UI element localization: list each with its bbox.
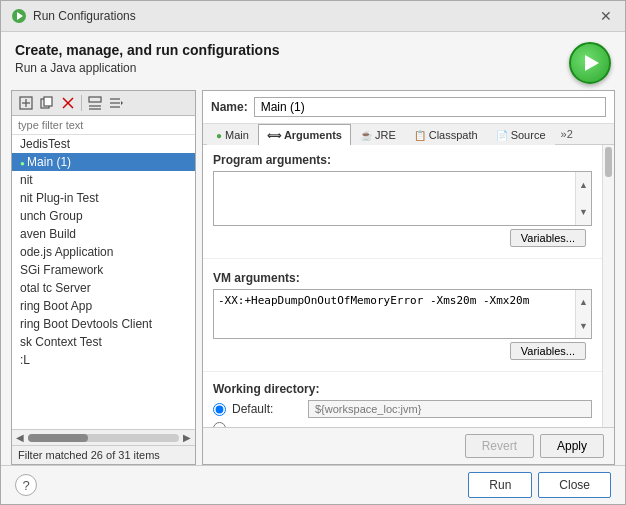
close-button[interactable]: Close <box>538 472 611 498</box>
tab-main[interactable]: ● Main <box>207 124 258 145</box>
run-triangle-icon <box>585 55 599 71</box>
vm-args-variables-row: Variables... <box>213 339 592 363</box>
scroll-left-button[interactable]: ◀ <box>16 432 24 443</box>
scroll-down-button[interactable]: ▼ <box>576 199 591 226</box>
list-item[interactable]: aven Build <box>12 225 195 243</box>
list-item[interactable]: nit Plug-in Test <box>12 189 195 207</box>
run-icon-button[interactable] <box>569 42 611 84</box>
list-item[interactable]: ring Boot App <box>12 297 195 315</box>
main-content: JedisTest Main (1) nit nit Plug-in Test … <box>1 90 625 465</box>
tab-overflow[interactable]: »2 <box>555 125 579 143</box>
program-args-scrollbar: ▲ ▼ <box>575 172 591 225</box>
run-configurations-dialog: Run Configurations ✕ Create, manage, and… <box>0 0 626 505</box>
vm-args-wrapper: ▲ ▼ <box>213 289 592 339</box>
footer-buttons: Run Close <box>468 472 611 498</box>
vm-args-scrollbar: ▲ ▼ <box>575 290 591 338</box>
workspace-input[interactable] <box>308 400 592 418</box>
title-bar: Run Configurations ✕ <box>1 1 625 32</box>
help-button[interactable]: ? <box>15 474 37 496</box>
run-button[interactable]: Run <box>468 472 532 498</box>
filter-status: Filter matched 26 of 31 items <box>12 445 195 464</box>
left-panel: JedisTest Main (1) nit nit Plug-in Test … <box>11 90 196 465</box>
tab-jre[interactable]: ☕ JRE <box>351 124 405 145</box>
tab-main-label: Main <box>225 129 249 141</box>
dialog-icon <box>11 8 27 24</box>
list-item[interactable]: unch Group <box>12 207 195 225</box>
program-args-variables-row: Variables... <box>213 226 592 250</box>
default-radio[interactable] <box>213 403 226 416</box>
program-args-wrapper: ▲ ▼ <box>213 171 592 226</box>
tab-classpath[interactable]: 📋 Classpath <box>405 124 487 145</box>
vm-args-section: VM arguments: ▲ ▼ Variables... <box>203 263 602 367</box>
scroll-up-button[interactable]: ▲ <box>576 172 591 199</box>
vm-scroll-down-button[interactable]: ▼ <box>576 314 591 338</box>
default-dir-row: Default: <box>213 400 592 418</box>
source-tab-icon: 📄 <box>496 130 508 141</box>
header-section: Create, manage, and run configurations R… <box>1 32 625 90</box>
apply-button[interactable]: Apply <box>540 434 604 458</box>
toolbar-separator <box>81 95 82 111</box>
program-args-label: Program arguments: <box>213 153 592 167</box>
action-buttons-row: Revert Apply <box>203 427 614 464</box>
default-label: Default: <box>232 402 302 416</box>
footer: ? Run Close <box>1 465 625 504</box>
list-item[interactable]: JedisTest <box>12 135 195 153</box>
arguments-tab-icon: ⟺ <box>267 130 281 141</box>
right-panel-inner: Program arguments: ▲ ▼ Variables... <box>203 145 614 427</box>
working-dir-section: Working directory: Default: <box>203 376 602 427</box>
tab-overflow-label: »2 <box>561 128 573 140</box>
right-panel-content: Program arguments: ▲ ▼ Variables... <box>203 145 602 427</box>
tab-source-label: Source <box>511 129 546 141</box>
list-item[interactable]: SGi Framework <box>12 261 195 279</box>
list-item-selected[interactable]: Main (1) <box>12 153 195 171</box>
duplicate-config-button[interactable] <box>37 93 57 113</box>
svg-rect-6 <box>44 97 52 106</box>
header-title: Create, manage, and run configurations <box>15 42 280 58</box>
tab-arguments[interactable]: ⟺ Arguments <box>258 124 351 145</box>
dialog-title: Run Configurations <box>33 9 136 23</box>
section-divider-2 <box>203 371 602 372</box>
working-dir-label: Working directory: <box>213 382 592 396</box>
scroll-indicator: ◀ ▶ <box>12 429 195 445</box>
section-divider <box>203 258 602 259</box>
vm-args-label: VM arguments: <box>213 271 592 285</box>
header-subtitle: Run a Java application <box>15 61 280 75</box>
svg-rect-9 <box>89 97 101 102</box>
tab-arguments-label: Arguments <box>284 129 342 141</box>
vm-scroll-up-button[interactable]: ▲ <box>576 290 591 314</box>
list-item[interactable]: ring Boot Devtools Client <box>12 315 195 333</box>
tab-jre-label: JRE <box>375 129 396 141</box>
main-tab-icon: ● <box>216 130 222 141</box>
svg-marker-15 <box>121 101 123 105</box>
vm-args-variables-button[interactable]: Variables... <box>510 342 586 360</box>
view-menu-button[interactable] <box>106 93 126 113</box>
list-item[interactable]: :L <box>12 351 195 369</box>
tab-classpath-label: Classpath <box>429 129 478 141</box>
tabs-row: ● Main ⟺ Arguments ☕ JRE 📋 Classpath 📄 <box>203 124 614 145</box>
toolbar <box>12 91 195 116</box>
scroll-right-button[interactable]: ▶ <box>183 432 191 443</box>
config-list: JedisTest Main (1) nit nit Plug-in Test … <box>12 135 195 429</box>
program-args-section: Program arguments: ▲ ▼ Variables... <box>203 145 602 254</box>
revert-button[interactable]: Revert <box>465 434 534 458</box>
close-x-button[interactable]: ✕ <box>597 7 615 25</box>
new-config-button[interactable] <box>16 93 36 113</box>
name-input[interactable] <box>254 97 606 117</box>
list-item[interactable]: sk Context Test <box>12 333 195 351</box>
list-item[interactable]: ode.js Application <box>12 243 195 261</box>
right-panel-scrollbar[interactable] <box>602 145 614 427</box>
list-item[interactable]: otal tc Server <box>12 279 195 297</box>
name-row: Name: <box>203 91 614 124</box>
jre-tab-icon: ☕ <box>360 130 372 141</box>
delete-config-button[interactable] <box>58 93 78 113</box>
vm-args-input[interactable] <box>214 290 591 335</box>
classpath-tab-icon: 📋 <box>414 130 426 141</box>
collapse-all-button[interactable] <box>85 93 105 113</box>
program-args-input[interactable] <box>214 172 591 222</box>
program-args-variables-button[interactable]: Variables... <box>510 229 586 247</box>
right-panel: Name: ● Main ⟺ Arguments ☕ JRE 📋 <box>202 90 615 465</box>
name-label: Name: <box>211 100 248 114</box>
list-item[interactable]: nit <box>12 171 195 189</box>
filter-input[interactable] <box>12 116 195 135</box>
tab-source[interactable]: 📄 Source <box>487 124 555 145</box>
